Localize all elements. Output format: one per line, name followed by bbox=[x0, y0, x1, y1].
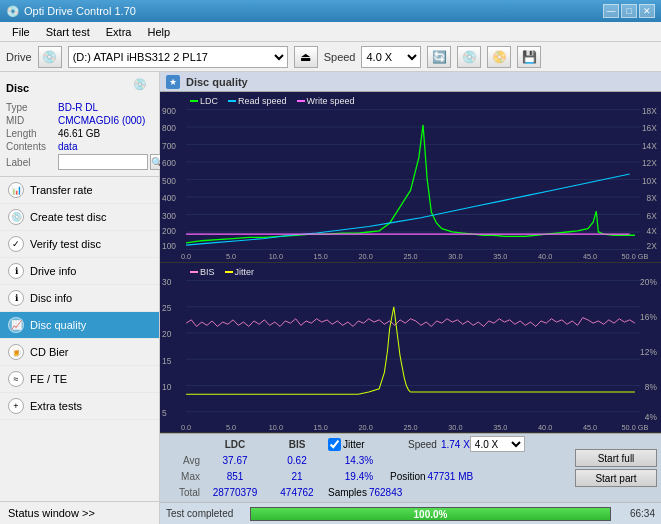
stats-max-bis: 21 bbox=[266, 471, 328, 482]
samples-value: 762843 bbox=[369, 487, 402, 498]
disc-length-row: Length 46.61 GB bbox=[6, 128, 153, 139]
stats-speed-header: Speed 1.74 X bbox=[408, 439, 470, 450]
bottom-chart-svg: 20% 16% 12% 8% 4% 30 25 20 15 10 5 bbox=[160, 263, 661, 433]
stats-speed-combo[interactable]: 4.0 X bbox=[470, 436, 525, 452]
disc-label-label: Label bbox=[6, 157, 58, 168]
disc-button2[interactable]: 📀 bbox=[487, 46, 511, 68]
stats-samples: Samples 762843 bbox=[328, 487, 402, 498]
sidebar-item-create-test-disc[interactable]: 💿 Create test disc bbox=[0, 204, 159, 231]
speed-header-value: 1.74 X bbox=[441, 439, 470, 450]
save-button[interactable]: 💾 bbox=[517, 46, 541, 68]
charts-container: LDC Read speed Write speed 18X bbox=[160, 92, 661, 433]
svg-text:200: 200 bbox=[162, 226, 176, 236]
disc-info-icon: ℹ bbox=[8, 290, 24, 306]
sidebar-item-drive-info[interactable]: ℹ Drive info bbox=[0, 258, 159, 285]
stats-total-label: Total bbox=[166, 487, 204, 498]
disc-quality-header-title: Disc quality bbox=[186, 76, 248, 88]
svg-text:30: 30 bbox=[162, 276, 172, 286]
legend-ldc: LDC bbox=[190, 96, 218, 106]
svg-text:300: 300 bbox=[162, 211, 176, 221]
maximize-button[interactable]: □ bbox=[621, 4, 637, 18]
start-full-button[interactable]: Start full bbox=[575, 449, 657, 467]
top-chart-legend: LDC Read speed Write speed bbox=[190, 96, 354, 106]
disc-label-input[interactable] bbox=[58, 154, 148, 170]
jitter-checkbox[interactable] bbox=[328, 438, 341, 451]
svg-text:5.0: 5.0 bbox=[226, 423, 236, 432]
svg-text:5.0: 5.0 bbox=[226, 252, 236, 261]
svg-text:20: 20 bbox=[162, 329, 172, 339]
svg-text:12%: 12% bbox=[640, 346, 657, 356]
disc-length-label: Length bbox=[6, 128, 58, 139]
disc-contents-label: Contents bbox=[6, 141, 58, 152]
disc-section-icon: 💿 bbox=[133, 78, 153, 98]
sidebar-item-transfer-rate[interactable]: 📊 Transfer rate bbox=[0, 177, 159, 204]
sidebar-item-verify-test-disc[interactable]: ✓ Verify test disc bbox=[0, 231, 159, 258]
drive-select[interactable]: (D:) ATAPI iHBS312 2 PL17 bbox=[68, 46, 288, 68]
svg-text:5: 5 bbox=[162, 407, 167, 417]
transfer-rate-icon: 📊 bbox=[8, 182, 24, 198]
sidebar-item-disc-info[interactable]: ℹ Disc info bbox=[0, 285, 159, 312]
disc-info-label: Disc info bbox=[30, 292, 72, 304]
close-button[interactable]: ✕ bbox=[639, 4, 655, 18]
disc-button1[interactable]: 💿 bbox=[457, 46, 481, 68]
menu-help[interactable]: Help bbox=[139, 24, 178, 40]
legend-write-speed: Write speed bbox=[297, 96, 355, 106]
menu-extra[interactable]: Extra bbox=[98, 24, 140, 40]
svg-text:0.0: 0.0 bbox=[181, 423, 191, 432]
disc-section: Disc 💿 Type BD-R DL MID CMCMAGDI6 (000) … bbox=[0, 72, 159, 177]
stats-avg-ldc: 37.67 bbox=[204, 455, 266, 466]
stats-avg-jitter: 14.3% bbox=[328, 455, 390, 466]
menu-file[interactable]: File bbox=[4, 24, 38, 40]
sidebar-item-disc-quality[interactable]: 📈 Disc quality bbox=[0, 312, 159, 339]
svg-text:45.0: 45.0 bbox=[583, 423, 597, 432]
svg-text:10: 10 bbox=[162, 381, 172, 391]
minimize-button[interactable]: — bbox=[603, 4, 619, 18]
nav-items: 📊 Transfer rate 💿 Create test disc ✓ Ver… bbox=[0, 177, 159, 501]
start-part-button[interactable]: Start part bbox=[575, 469, 657, 487]
drive-icon-btn[interactable]: 💿 bbox=[38, 46, 62, 68]
cd-bier-label: CD Bier bbox=[30, 346, 69, 358]
svg-text:500: 500 bbox=[162, 176, 176, 186]
sidebar: Disc 💿 Type BD-R DL MID CMCMAGDI6 (000) … bbox=[0, 72, 160, 524]
stats-ldc-header: LDC bbox=[204, 439, 266, 450]
stats-max-row: Max 851 21 19.4% Position 47731 MB bbox=[166, 468, 565, 484]
svg-text:30.0: 30.0 bbox=[448, 423, 462, 432]
menu-start-test[interactable]: Start test bbox=[38, 24, 98, 40]
sidebar-item-extra-tests[interactable]: + Extra tests bbox=[0, 393, 159, 420]
refresh-button[interactable]: 🔄 bbox=[427, 46, 451, 68]
content-area: ★ Disc quality LDC Read speed bbox=[160, 72, 661, 524]
verify-test-disc-label: Verify test disc bbox=[30, 238, 101, 250]
menu-bar: File Start test Extra Help bbox=[0, 22, 661, 42]
create-test-disc-label: Create test disc bbox=[30, 211, 106, 223]
svg-text:10.0: 10.0 bbox=[269, 252, 283, 261]
eject-button[interactable]: ⏏ bbox=[294, 46, 318, 68]
svg-text:50.0 GB: 50.0 GB bbox=[622, 252, 649, 261]
status-window-button[interactable]: Status window >> bbox=[0, 501, 159, 524]
svg-text:4X: 4X bbox=[647, 226, 658, 236]
svg-text:20.0: 20.0 bbox=[359, 423, 373, 432]
disc-contents-row: Contents data bbox=[6, 141, 153, 152]
sidebar-item-fe-te[interactable]: ≈ FE / TE bbox=[0, 366, 159, 393]
read-speed-legend-text: Read speed bbox=[238, 96, 287, 106]
stats-action-buttons: Start full Start part bbox=[571, 434, 661, 502]
svg-text:8%: 8% bbox=[645, 381, 657, 391]
title-bar-title: 💿 Opti Drive Control 1.70 bbox=[6, 5, 136, 18]
disc-mid-label: MID bbox=[6, 115, 58, 126]
stats-max-ldc: 851 bbox=[204, 471, 266, 482]
disc-contents-value: data bbox=[58, 141, 77, 152]
svg-text:0.0: 0.0 bbox=[181, 252, 191, 261]
disc-quality-header: ★ Disc quality bbox=[160, 72, 661, 92]
svg-text:700: 700 bbox=[162, 141, 176, 151]
write-speed-legend-text: Write speed bbox=[307, 96, 355, 106]
speed-select[interactable]: 4.0 X bbox=[361, 46, 421, 68]
svg-rect-0 bbox=[160, 92, 661, 262]
svg-text:18X: 18X bbox=[642, 106, 657, 116]
disc-type-row: Type BD-R DL bbox=[6, 102, 153, 113]
disc-type-label: Type bbox=[6, 102, 58, 113]
progress-row: Test completed 100.0% 66:34 bbox=[160, 502, 661, 524]
svg-text:10.0: 10.0 bbox=[269, 423, 283, 432]
sidebar-item-cd-bier[interactable]: 🍺 CD Bier bbox=[0, 339, 159, 366]
svg-text:20%: 20% bbox=[640, 276, 657, 286]
stats-total-ldc: 28770379 bbox=[204, 487, 266, 498]
stats-total-row: Total 28770379 474762 Samples 762843 bbox=[166, 484, 565, 500]
